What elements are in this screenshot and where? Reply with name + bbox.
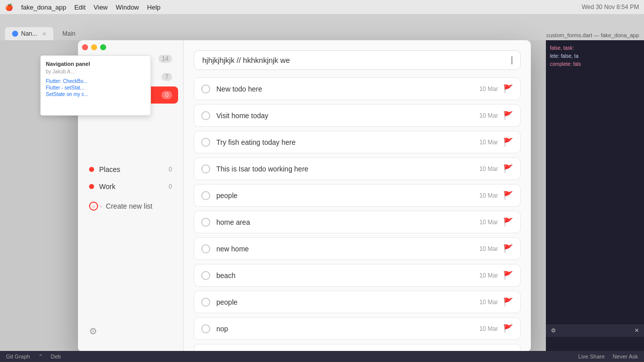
- status-right: Live Share Never Ask: [578, 353, 638, 359]
- todo-checkbox[interactable]: [201, 111, 210, 120]
- sidebar-label-places: Places: [99, 165, 169, 173]
- todo-checkbox[interactable]: [201, 298, 210, 307]
- app-menu-item[interactable]: fake_dona_app: [21, 4, 66, 11]
- todo-list: New todo here 10 Mar 🚩 Visit home today …: [184, 77, 531, 352]
- todo-date: 10 Mar: [479, 165, 498, 172]
- maximize-button[interactable]: [100, 44, 106, 50]
- minimize-button[interactable]: [91, 44, 97, 50]
- todo-checkbox[interactable]: [201, 271, 210, 280]
- never-ask-button[interactable]: Never Ask: [613, 353, 638, 359]
- todo-item[interactable]: nop 10 Mar 🚩: [194, 317, 521, 340]
- flag-icon: 🚩: [503, 270, 513, 280]
- view-menu-item[interactable]: View: [94, 4, 108, 11]
- todo-item[interactable]: home area 10 Mar 🚩: [194, 211, 521, 233]
- todo-date: 10 Mar: [479, 112, 498, 119]
- todo-item[interactable]: Visit home today 10 Mar 🚩: [194, 104, 521, 127]
- settings-icon[interactable]: ⚙: [89, 326, 97, 336]
- flag-icon: 🚩: [503, 297, 513, 307]
- todo-checkbox[interactable]: [201, 244, 210, 253]
- flag-icon: 🚩: [503, 244, 513, 253]
- editor-close-icon[interactable]: ✕: [634, 327, 639, 334]
- window-controls: [82, 44, 106, 50]
- todo-date: 10 Mar: [479, 325, 498, 332]
- flag-icon: 🚩: [503, 137, 513, 147]
- code-line-3: complete: fals: [546, 60, 644, 68]
- todo-date: 10 Mar: [479, 245, 498, 252]
- todo-text: nop: [216, 325, 479, 333]
- todo-date: 10 Mar: [479, 299, 498, 306]
- todo-checkbox[interactable]: [201, 218, 210, 227]
- sidebar-item-work[interactable]: Work 0: [83, 178, 178, 195]
- todo-item[interactable]: people 10 Mar 🚩: [194, 291, 521, 313]
- browser-tab-2[interactable]: Main: [55, 27, 83, 40]
- todo-checkbox[interactable]: [201, 191, 210, 200]
- editor-settings-icon[interactable]: ⚙: [551, 327, 556, 334]
- sidebar-count-today: 7: [162, 73, 172, 81]
- flag-icon: 🚩: [503, 111, 513, 120]
- todo-item[interactable]: Try fish eating today here 10 Mar 🚩: [194, 131, 521, 153]
- sidebar-item-places[interactable]: Places 0: [83, 161, 178, 177]
- todo-checkbox[interactable]: [201, 138, 210, 147]
- todo-date: 10 Mar: [479, 272, 498, 279]
- todo-date: 10 Mar: [479, 85, 498, 93]
- sidebar-count-home: 14: [158, 55, 172, 63]
- close-button[interactable]: [82, 44, 88, 50]
- flag-icon: 🚩: [503, 191, 513, 200]
- todo-item[interactable]: beach 10 Mar 🚩: [194, 264, 521, 287]
- nav-link-1[interactable]: Flutter: CheckBo...: [46, 78, 145, 84]
- todo-checkbox[interactable]: [201, 164, 210, 173]
- todo-text: This is Isar todo working here: [216, 165, 479, 173]
- places-dot: [89, 167, 94, 172]
- sidebar-lists: Places 0 Work 0: [78, 161, 183, 196]
- edit-menu-item[interactable]: Edit: [74, 4, 86, 11]
- todo-date: 10 Mar: [479, 219, 498, 226]
- flag-icon: 🚩: [503, 84, 513, 94]
- create-new-list-label: Create new list: [106, 202, 152, 210]
- todo-text: New todo here: [216, 85, 479, 93]
- sidebar-count-places: 0: [169, 166, 172, 173]
- browser-bar: 🍎 fake_dona_app Edit View Window Help We…: [0, 0, 644, 40]
- search-bar[interactable]: hjhjkjhjkjk // hkhknkjnjk we: [194, 50, 521, 70]
- chevron-down-icon: ›: [100, 204, 102, 209]
- todo-text: people: [216, 192, 479, 200]
- git-graph-label: Git Graph: [6, 353, 30, 359]
- browser-tab-active[interactable]: Nan... ✕: [5, 27, 53, 40]
- todo-text: Try fish eating today here: [216, 138, 479, 146]
- help-menu-item[interactable]: Help: [147, 4, 160, 11]
- todo-item[interactable]: New todo here 10 Mar 🚩: [194, 77, 521, 100]
- todo-checkbox[interactable]: [201, 84, 210, 94]
- apple-menu[interactable]: 🍎: [5, 4, 13, 11]
- todo-item[interactable]: This is Isar todo working here 10 Mar 🚩: [194, 157, 521, 180]
- code-line-2: lete: false, ta: [546, 52, 644, 60]
- flag-icon: 🚩: [503, 217, 513, 227]
- nav-panel-overlay: Navigation panel by Jakub A... Flutter: …: [40, 55, 151, 116]
- work-dot: [89, 184, 94, 189]
- code-line-1: false, task:: [546, 44, 644, 52]
- sidebar-label-work: Work: [99, 183, 169, 191]
- todo-item[interactable]: new home 10 Mar 🚩: [194, 237, 521, 260]
- todo-text: home area: [216, 218, 479, 226]
- live-share-label[interactable]: Live Share: [578, 353, 605, 359]
- debug-label: Deb: [51, 353, 61, 359]
- main-content: hjhjkjhjkjk // hkhknkjnjk we New todo he…: [184, 40, 531, 352]
- menu-bar: 🍎 fake_dona_app Edit View Window Help We…: [0, 0, 644, 14]
- flag-icon: 🚩: [503, 164, 513, 173]
- todo-checkbox[interactable]: [201, 324, 210, 333]
- todo-date: 10 Mar: [479, 139, 498, 146]
- create-new-list-button[interactable]: ○ › Create new list: [78, 198, 183, 215]
- window-menu-item[interactable]: Window: [116, 4, 139, 11]
- text-cursor: [512, 56, 512, 64]
- todo-item[interactable]: people 10 Mar 🚩: [194, 184, 521, 207]
- status-control: ⌃: [38, 353, 43, 360]
- todo-date: 10 Mar: [479, 192, 498, 199]
- create-circle-icon: ○: [89, 202, 98, 211]
- nav-panel-title: Navigation panel: [46, 61, 145, 67]
- nav-panel-subtitle: by Jakub A...: [46, 69, 145, 74]
- todo-text: people: [216, 298, 479, 306]
- code-editor: false, task: lete: false, ta complete: f…: [546, 40, 644, 352]
- nav-link-3[interactable]: SetState on my c...: [46, 92, 145, 97]
- todo-text: beach: [216, 272, 479, 280]
- search-text: hjhjkjhjkjk // hkhknkjnjk we: [202, 56, 511, 64]
- nav-link-2[interactable]: Flutter - setStat...: [46, 85, 145, 90]
- todo-text: new home: [216, 245, 479, 253]
